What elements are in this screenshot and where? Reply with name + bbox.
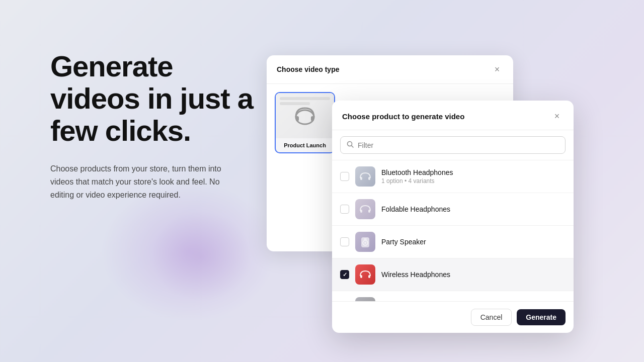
product-icon-bluetooth-headphones	[355, 166, 375, 187]
svg-point-13	[364, 242, 366, 244]
close-video-type-button[interactable]: ×	[491, 63, 503, 75]
dialog-footer: Cancel Generate	[332, 301, 574, 333]
dialogs-container: Choose video type ×	[267, 55, 589, 307]
dialog-fg-header: Choose product to generate video ×	[332, 101, 574, 130]
search-container	[332, 130, 574, 160]
foldable-headphones-icon	[358, 202, 372, 216]
card-line-2	[280, 102, 310, 105]
product-list: Bluetooth Headphones 1 option • 4 varian…	[332, 160, 574, 301]
card-line-1	[280, 97, 330, 100]
bg-blob-2	[151, 211, 252, 302]
product-name-wireless-headphones: Wireless Headphones	[381, 270, 566, 279]
main-heading: Generate videos in just a few clicks.	[50, 50, 262, 146]
product-launch-card[interactable]: Product Launch	[275, 92, 335, 153]
product-icon-foldable-headphones	[355, 199, 375, 219]
search-input[interactable]	[358, 141, 559, 149]
dialog-fg-title: Choose product to generate video	[342, 112, 464, 121]
dialog-bg-title: Choose video type	[277, 65, 339, 73]
product-icon-party-speaker	[355, 232, 375, 252]
product-info-wireless-headphones: Wireless Headphones	[381, 270, 566, 279]
wireless-headphones-icon	[358, 267, 372, 282]
product-item-wireless-headphones[interactable]: Wireless Headphones	[332, 258, 574, 291]
svg-rect-14	[364, 238, 367, 240]
checkbox-wireless-headphones[interactable]	[340, 270, 349, 279]
party-speaker-icon	[358, 235, 372, 249]
card-lines	[280, 97, 330, 107]
dialog-choose-product: Choose product to generate video ×	[332, 101, 574, 333]
bluetooth-headphones-icon	[358, 169, 372, 184]
product-item-party-speaker[interactable]: Party Speaker	[332, 226, 574, 258]
super-bass-speakers-icon	[358, 300, 372, 301]
product-launch-card-image	[276, 93, 334, 138]
cancel-button[interactable]: Cancel	[471, 309, 512, 326]
left-panel: Generate videos in just a few clicks. Ch…	[50, 50, 262, 201]
product-info-foldable-headphones: Foldable Headphones	[381, 205, 566, 213]
video-card-label: Product Launch	[276, 138, 334, 152]
product-meta-bluetooth-headphones: 1 option • 4 variants	[381, 177, 566, 185]
sub-text: Choose products from your store, turn th…	[50, 162, 231, 201]
product-item-foldable-headphones[interactable]: Foldable Headphones	[332, 193, 574, 226]
checkbox-bluetooth-headphones[interactable]	[340, 172, 349, 181]
product-icon-wireless-headphones	[355, 264, 375, 285]
generate-button[interactable]: Generate	[517, 309, 566, 325]
product-name-bluetooth-headphones: Bluetooth Headphones	[381, 168, 566, 176]
checkbox-party-speaker[interactable]	[340, 237, 349, 246]
product-info-party-speaker: Party Speaker	[381, 238, 566, 246]
product-name-party-speaker: Party Speaker	[381, 238, 566, 246]
checkbox-foldable-headphones[interactable]	[340, 205, 349, 214]
svg-line-4	[352, 146, 354, 148]
product-item-super-bass-speakers[interactable]: Super Bass Portable speakers	[332, 291, 574, 301]
close-choose-product-button[interactable]: ×	[550, 110, 564, 123]
product-info-bluetooth-headphones: Bluetooth Headphones 1 option • 4 varian…	[381, 168, 566, 185]
product-icon-super-bass-speakers	[355, 297, 375, 301]
dialog-bg-header: Choose video type ×	[267, 55, 513, 84]
product-item-bluetooth-headphones[interactable]: Bluetooth Headphones 1 option • 4 varian…	[332, 160, 574, 193]
search-input-wrapper	[340, 136, 566, 154]
search-icon	[347, 141, 354, 149]
product-name-foldable-headphones: Foldable Headphones	[381, 205, 566, 213]
